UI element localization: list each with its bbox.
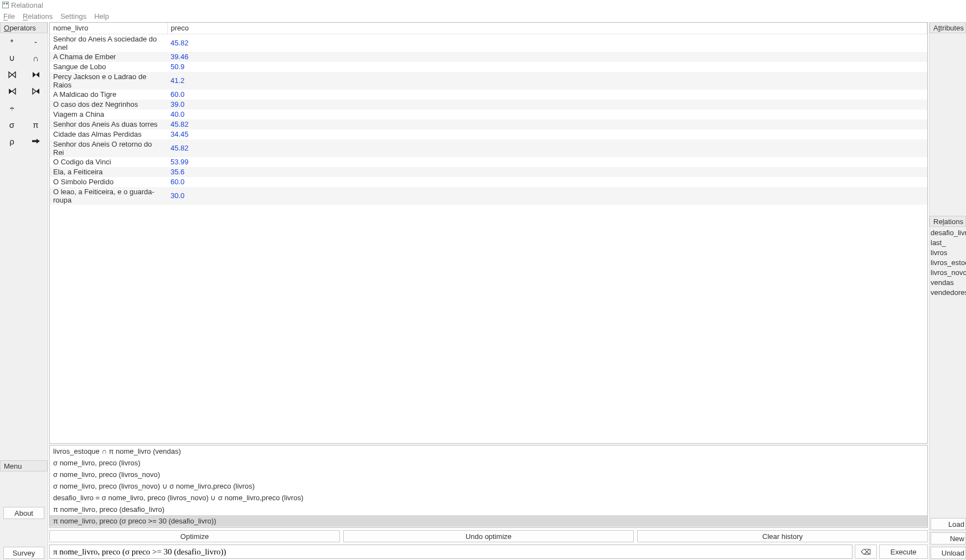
menu-settings[interactable]: Settings <box>60 12 86 20</box>
history-item[interactable]: π nome_livro, preco (σ preco >= 30 (desa… <box>50 515 927 527</box>
column-header[interactable]: nome_livro <box>50 23 167 34</box>
table-cell: O caso dos dez Negrinhos <box>50 100 167 110</box>
table-cell: 60.0 <box>167 177 927 187</box>
table-row[interactable]: Senhor do Aneis A sociedade do Anel45.82 <box>50 34 927 52</box>
execute-button[interactable]: Execute <box>879 545 928 559</box>
operator-button[interactable]: - <box>24 33 48 50</box>
table-cell: Senhor dos Aneis As duas torres <box>50 120 167 129</box>
table-cell: 34.45 <box>167 129 927 139</box>
relation-item[interactable]: livros_novo <box>931 268 966 278</box>
menu-label: Menu <box>0 460 48 471</box>
table-cell: A Chama de Ember <box>50 52 167 62</box>
table-row[interactable]: A Maldicao do Tigre60.0 <box>50 90 927 100</box>
table-cell: 39.0 <box>167 100 927 110</box>
right-panel: Attributes Relations desafio_livrolast_l… <box>929 22 966 560</box>
operator-button[interactable]: ∪ <box>0 50 24 66</box>
table-cell: 50.9 <box>167 62 927 72</box>
unload-button[interactable]: Unload <box>931 547 966 559</box>
right-buttons: Load New Unload <box>929 518 966 560</box>
table-row[interactable]: Sangue de Lobo50.9 <box>50 62 927 72</box>
table-cell: O Simbolo Perdido <box>50 177 167 187</box>
table-row[interactable]: Cidade das Almas Perdidas34.45 <box>50 129 927 139</box>
menu-relations[interactable]: Relations <box>23 12 53 20</box>
operator-button[interactable]: σ <box>0 116 24 133</box>
history-item[interactable]: π nome_livro, preco (desafio_livro) <box>50 504 927 515</box>
backspace-icon: ⌫ <box>861 548 871 556</box>
table-row[interactable]: Senhor dos Aneis O retorno do Rei45.82 <box>50 139 927 157</box>
app-icon <box>2 2 9 8</box>
table-cell: Cidade das Almas Perdidas <box>50 129 167 139</box>
operator-button[interactable]: ÷ <box>0 100 24 116</box>
new-button[interactable]: New <box>931 532 966 545</box>
center-panel: nome_livropreco Senhor do Aneis A socied… <box>48 22 929 560</box>
table-cell: Percy Jackson e o Ladrao de Raios <box>50 72 167 90</box>
menu-file[interactable]: File <box>3 12 15 20</box>
relation-item[interactable]: vendedores <box>931 288 966 298</box>
relation-item[interactable]: desafio_livro <box>931 228 966 238</box>
table-row[interactable]: O leao, a Feiticeira, e o guarda-roupa30… <box>50 187 927 205</box>
operator-button[interactable]: π <box>24 116 48 133</box>
operator-button[interactable] <box>24 133 48 149</box>
window-title: Relational <box>11 1 43 9</box>
table-row[interactable]: O Codigo da Vinci53.99 <box>50 157 927 167</box>
operator-button[interactable]: * <box>0 33 24 50</box>
load-button[interactable]: Load <box>931 518 966 530</box>
table-cell: 45.82 <box>167 120 927 129</box>
query-row: ⌫ Execute <box>49 545 928 559</box>
optimize-button[interactable]: Optimize <box>49 530 340 542</box>
operator-button[interactable] <box>0 83 24 100</box>
table-cell: 41.2 <box>167 72 927 90</box>
svg-rect-1 <box>3 3 5 4</box>
table-cell: 35.6 <box>167 167 927 177</box>
table-cell: 30.0 <box>167 187 927 205</box>
history-item[interactable]: σ nome_livro, preco (livros) <box>50 457 927 469</box>
relations-list[interactable]: desafio_livrolast_livroslivros_estoqueli… <box>929 227 966 298</box>
table-cell: Senhor do Aneis A sociedade do Anel <box>50 34 167 52</box>
table-row[interactable]: O caso dos dez Negrinhos39.0 <box>50 100 927 110</box>
operator-button[interactable] <box>24 66 48 83</box>
relation-item[interactable]: last_ <box>931 238 966 248</box>
operator-button[interactable]: ∩ <box>24 50 48 66</box>
table-cell: Senhor dos Aneis O retorno do Rei <box>50 139 167 157</box>
table-cell: 45.82 <box>167 34 927 52</box>
table-row[interactable]: O Simbolo Perdido60.0 <box>50 177 927 187</box>
query-input[interactable] <box>49 545 853 559</box>
operator-button[interactable]: ρ <box>0 133 24 149</box>
history-list[interactable]: livros_estoque ∩ π nome_livro (vendas)σ … <box>49 445 928 528</box>
table-cell: Ela, a Feiticeira <box>50 167 167 177</box>
history-item[interactable]: livros_estoque ∩ π nome_livro (vendas) <box>50 445 927 457</box>
undo-optimize-button[interactable]: Undo optimize <box>343 530 634 542</box>
history-buttons: Optimize Undo optimize Clear history <box>49 530 928 542</box>
left-panel: Operators *-∪∩÷σπρ Menu About Survey <box>0 22 48 560</box>
result-table[interactable]: nome_livropreco Senhor do Aneis A socied… <box>49 22 928 444</box>
history-item[interactable]: desafio_livro = σ nome_livro, preco (liv… <box>50 492 927 504</box>
column-header[interactable]: preco <box>167 23 927 34</box>
table-row[interactable]: Senhor dos Aneis As duas torres45.82 <box>50 120 927 129</box>
table-cell: 40.0 <box>167 110 927 120</box>
clear-query-button[interactable]: ⌫ <box>855 545 877 559</box>
menubar: File Relations Settings Help <box>0 10 966 22</box>
relation-item[interactable]: livros_estoque <box>931 258 966 268</box>
operator-button <box>24 100 48 116</box>
history-item[interactable]: σ nome_livro, preco (livros_novo) ∪ σ no… <box>50 480 927 492</box>
table-cell: 53.99 <box>167 157 927 167</box>
table-row[interactable]: Viagem a China40.0 <box>50 110 927 120</box>
table-row[interactable]: A Chama de Ember39.46 <box>50 52 927 62</box>
table-cell: O leao, a Feiticeira, e o guarda-roupa <box>50 187 167 205</box>
attributes-list[interactable] <box>929 33 966 216</box>
operator-button[interactable] <box>0 66 24 83</box>
relation-item[interactable]: livros <box>931 248 966 258</box>
history-item[interactable]: σ nome_livro, preco (livros_novo) <box>50 469 927 480</box>
table-cell: 60.0 <box>167 90 927 100</box>
survey-button[interactable]: Survey <box>3 547 44 559</box>
table-cell: Sangue de Lobo <box>50 62 167 72</box>
table-cell: A Maldicao do Tigre <box>50 90 167 100</box>
table-row[interactable]: Percy Jackson e o Ladrao de Raios41.2 <box>50 72 927 90</box>
menu-help[interactable]: Help <box>94 12 109 20</box>
clear-history-button[interactable]: Clear history <box>637 530 928 542</box>
about-button[interactable]: About <box>3 507 44 519</box>
table-row[interactable]: Ela, a Feiticeira35.6 <box>50 167 927 177</box>
table-cell: Viagem a China <box>50 110 167 120</box>
relation-item[interactable]: vendas <box>931 278 966 288</box>
operator-button[interactable] <box>24 83 48 100</box>
